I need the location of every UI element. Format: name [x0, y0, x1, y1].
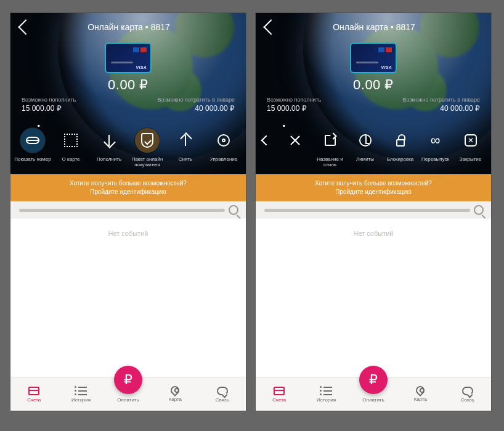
spend-value: 40 000.00 ₽: [195, 104, 235, 113]
action-label: Снять: [179, 156, 192, 163]
action-label: Управление: [210, 156, 237, 163]
tab-map[interactable]: Карта: [402, 387, 439, 402]
action-scroll-left[interactable]: [256, 128, 277, 156]
banner-line2: Пройдите идентификацию: [14, 188, 242, 196]
tab-contact[interactable]: Связь: [449, 387, 486, 403]
balance: 0.00 ₽: [10, 77, 246, 93]
screen-right: Онлайн карта • 8817 VISA 0.00 ₽ Возможно…: [255, 12, 492, 411]
action-label: О карте: [62, 156, 80, 163]
shield-icon: [141, 133, 153, 148]
action-label: Перевыпуск: [421, 156, 449, 163]
topbar: Онлайн карта • 8817: [256, 13, 491, 41]
infinity-icon: ∞: [431, 134, 441, 147]
action-close-menu[interactable]: [278, 128, 312, 156]
action-label: Пакет онлайн покупателя: [129, 156, 166, 168]
limits-row: Возможно пополнить 15 000.00 ₽ Возможно …: [10, 97, 246, 113]
tab-label: Счета: [27, 397, 41, 403]
arrow-down-icon: [108, 135, 110, 146]
spend-label: Возможно потратить в январе: [402, 97, 480, 103]
action-name-style[interactable]: Название и стиль: [313, 128, 347, 168]
tab-label: Карта: [414, 397, 427, 402]
action-label: Блокировка: [387, 156, 414, 163]
pin-icon: [169, 384, 181, 397]
search-icon: [229, 205, 238, 215]
chat-icon: [462, 387, 473, 395]
action-manage[interactable]: Управление: [205, 128, 242, 163]
edit-icon: [325, 135, 336, 146]
topup-value: 15 000.00 ₽: [22, 104, 62, 113]
action-block[interactable]: Блокировка: [383, 128, 417, 163]
action-topup[interactable]: Пополнить: [91, 128, 128, 163]
topup-value: 15 000.00 ₽: [267, 104, 307, 113]
tab-history[interactable]: История: [308, 387, 345, 403]
action-label: Показать номер: [14, 156, 51, 163]
action-show-number[interactable]: Показать номер: [14, 128, 51, 163]
promo-banner[interactable]: Хотите получить больше возможностей? Про…: [256, 174, 491, 201]
spend-value: 40 000.00 ₽: [440, 104, 480, 113]
tab-map[interactable]: Карта: [156, 387, 193, 402]
bottom-nav: ₽ Счета История Оплатить Карта Связь: [10, 377, 246, 411]
topbar: Онлайн карта • 8817: [10, 13, 246, 41]
pay-fab[interactable]: ₽: [359, 366, 388, 394]
card-brand: VISA: [381, 65, 392, 70]
empty-text: Нет событий: [108, 230, 148, 237]
tab-accounts[interactable]: Счета: [15, 387, 52, 403]
search-icon: [474, 205, 484, 215]
action-label: Лимиты: [356, 156, 374, 163]
action-row: Название и стиль Лимиты Блокировка ∞ Пер…: [256, 128, 491, 168]
action-shopper-pack[interactable]: Пакет онлайн покупателя: [129, 128, 166, 168]
banner-line1: Хотите получить больше возможностей?: [259, 179, 487, 188]
card-thumbnail[interactable]: VISA: [350, 42, 397, 73]
card-thumbnail[interactable]: VISA: [105, 42, 152, 73]
qr-icon: [64, 134, 78, 147]
tab-label: Оплатить: [117, 397, 139, 403]
spend-label: Возможно потратить в январе: [157, 97, 235, 103]
topup-label: Возможно пополнить: [22, 97, 76, 103]
action-limits[interactable]: Лимиты: [348, 128, 382, 163]
empty-text: Нет событий: [353, 230, 393, 237]
tab-label: История: [71, 397, 91, 403]
chevron-left-icon: [261, 135, 272, 145]
limits-row: Возможно пополнить 15 000.00 ₽ Возможно …: [256, 97, 491, 113]
content-area: Нет событий: [256, 219, 491, 377]
topup-label: Возможно пополнить: [267, 97, 321, 103]
tab-contact[interactable]: Связь: [204, 387, 241, 403]
banner-line2: Пройдите идентификацию: [259, 188, 487, 196]
action-row: Показать номер О карте Пополнить Пакет о…: [10, 128, 246, 168]
page-title: Онлайн карта • 8817: [266, 22, 482, 32]
pay-fab[interactable]: ₽: [114, 366, 142, 394]
tab-label: Оплатить: [362, 397, 384, 403]
close-square-icon: ✕: [465, 134, 477, 147]
list-icon: [76, 387, 87, 395]
chat-icon: [217, 387, 228, 395]
tab-label: Связь: [216, 397, 229, 403]
lock-icon: [396, 139, 405, 147]
promo-banner[interactable]: Хотите получить больше возможностей? Про…: [10, 174, 246, 201]
arrow-up-icon: [185, 135, 186, 146]
close-icon: [290, 135, 301, 146]
screen-left: Онлайн карта • 8817 VISA 0.00 ₽ Возможно…: [10, 12, 246, 411]
pin-icon: [414, 384, 426, 397]
action-reissue[interactable]: ∞ Перевыпуск: [418, 128, 452, 163]
search-bar[interactable]: [10, 201, 246, 219]
search-track: [264, 209, 470, 212]
action-label: Название и стиль: [313, 156, 347, 168]
limits-icon: [359, 134, 372, 147]
action-withdraw[interactable]: Снять: [167, 128, 204, 163]
action-close-card[interactable]: ✕ Закрытие: [453, 128, 487, 163]
card-brand: VISA: [136, 65, 147, 70]
card-icon: [28, 387, 39, 395]
tab-history[interactable]: История: [63, 387, 100, 403]
banner-line1: Хотите получить больше возможностей?: [14, 179, 242, 188]
page-title: Онлайн карта • 8817: [20, 22, 237, 32]
action-about-card[interactable]: О карте: [52, 128, 89, 163]
bottom-nav: ₽ Счета История Оплатить Карта Связь: [256, 377, 491, 411]
eye-icon: [26, 137, 39, 144]
hero: Онлайн карта • 8817 VISA 0.00 ₽ Возможно…: [10, 13, 246, 174]
search-bar[interactable]: [256, 201, 491, 219]
tab-accounts[interactable]: Счета: [261, 387, 298, 403]
action-label: Закрытие: [460, 156, 482, 163]
tab-label: Карта: [169, 397, 182, 402]
balance: 0.00 ₽: [256, 77, 491, 93]
gear-icon: [217, 134, 230, 147]
